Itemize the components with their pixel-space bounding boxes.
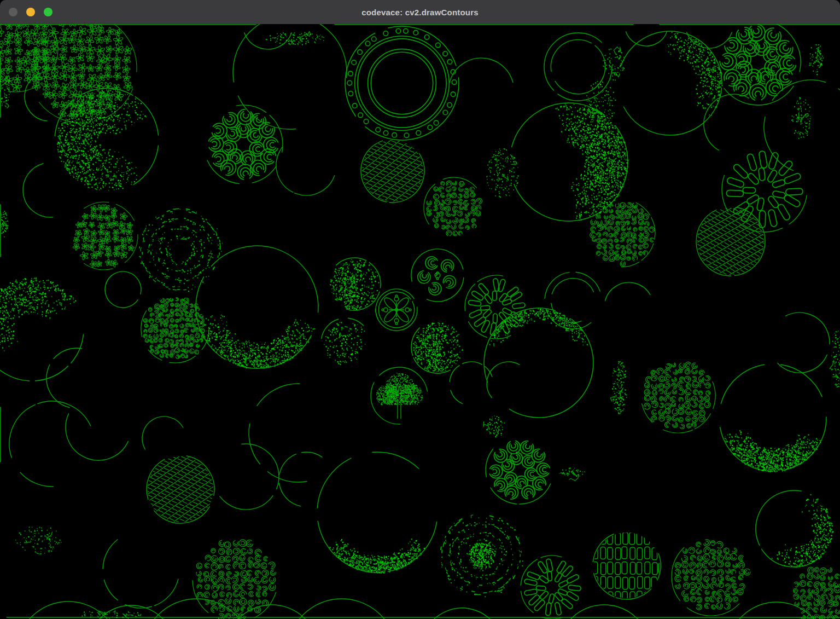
contour-image xyxy=(0,24,840,619)
image-viewport xyxy=(0,24,840,619)
window-title: codevace: cv2.drawContours xyxy=(361,8,479,17)
titlebar[interactable]: codevace: cv2.drawContours xyxy=(0,0,840,24)
traffic-lights xyxy=(9,0,52,24)
zoom-button[interactable] xyxy=(44,8,52,16)
app-window: codevace: cv2.drawContours xyxy=(0,0,840,619)
close-button[interactable] xyxy=(9,8,18,16)
minimize-button[interactable] xyxy=(26,8,35,16)
